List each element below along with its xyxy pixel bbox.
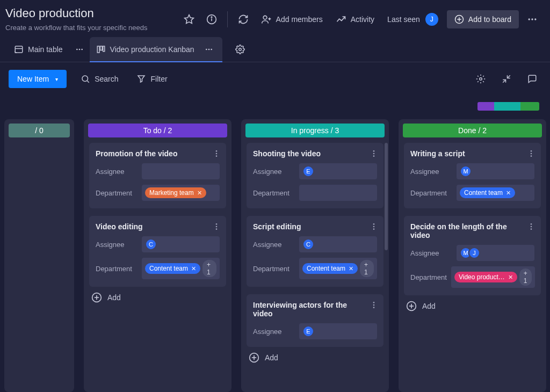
card-more-button[interactable]: [526, 148, 537, 159]
add-card-button[interactable]: Add: [399, 295, 546, 311]
department-row: DepartmentContent team✕+ 1: [253, 258, 377, 279]
remove-tag-icon[interactable]: ✕: [506, 190, 511, 197]
tab-kanban-more[interactable]: [202, 42, 216, 56]
remove-tag-icon[interactable]: ✕: [191, 265, 196, 272]
assignee-field[interactable]: E: [299, 163, 377, 179]
refresh-button[interactable]: [234, 10, 252, 28]
add-members-button[interactable]: Add members: [257, 11, 327, 28]
kanban-card[interactable]: Script editingAssigneeCDepartmentContent…: [247, 216, 383, 287]
remove-tag-icon[interactable]: ✕: [349, 265, 353, 272]
tab-main-more[interactable]: [73, 42, 86, 56]
department-field[interactable]: Video product…✕+ 1: [451, 266, 535, 288]
card-more-button[interactable]: [368, 300, 379, 310]
column-header[interactable]: In progress / 3: [245, 124, 385, 137]
new-item-button[interactable]: New Item ▾: [9, 70, 67, 88]
tag-chip[interactable]: Video product…✕: [454, 272, 517, 282]
new-item-label: New Item: [17, 75, 49, 83]
favorite-button[interactable]: [180, 10, 198, 28]
title-block: Video production Create a workflow that …: [5, 6, 147, 32]
status-distribution-bar[interactable]: [477, 102, 539, 111]
card-more-button[interactable]: [368, 221, 379, 232]
svg-rect-18: [97, 46, 99, 53]
add-members-label: Add members: [276, 15, 323, 24]
kanban-card[interactable]: Writing a scriptAssigneeMDepartmentConte…: [404, 143, 541, 208]
column-header[interactable]: Done / 2: [403, 124, 542, 137]
assignee-label: Assignee: [96, 241, 138, 249]
tag-chip[interactable]: Content team✕: [460, 187, 515, 198]
kanban-card[interactable]: Decide on the length of the videoAssigne…: [404, 216, 541, 295]
add-card-button[interactable]: Add: [241, 347, 389, 363]
assignee-field[interactable]: MJ: [457, 245, 534, 261]
svg-point-10: [529, 18, 530, 20]
card-title: Script editing: [253, 222, 377, 231]
assignee-field[interactable]: E: [299, 323, 377, 339]
filter-tool[interactable]: Filter: [132, 71, 171, 87]
cards-container: Shooting the videoAssigneeEDepartmentScr…: [241, 143, 389, 347]
assignee-field[interactable]: [142, 163, 220, 179]
remove-tag-icon[interactable]: ✕: [508, 274, 513, 281]
kanban-card[interactable]: Promotion of the videoAssigneeDepartment…: [89, 143, 226, 208]
tab-main-label: Main table: [28, 45, 63, 54]
last-seen-label: Last seen: [387, 15, 420, 24]
more-tags-chip[interactable]: + 1: [519, 268, 532, 286]
svg-point-32: [216, 150, 218, 152]
card-more-button[interactable]: [211, 221, 222, 232]
info-button[interactable]: [202, 10, 221, 28]
assignee-field[interactable]: C: [142, 236, 220, 252]
tag-chip[interactable]: Marketing team✕: [145, 187, 206, 198]
add-card-button[interactable]: Add: [84, 287, 231, 303]
assignee-row: Assignee: [96, 163, 220, 179]
tag-chip[interactable]: Content team✕: [145, 263, 200, 274]
kanban-card[interactable]: Video editingAssigneeCDepartmentContent …: [89, 216, 226, 287]
add-to-board-label: Add to board: [468, 15, 511, 24]
avatar: C: [145, 238, 157, 250]
svg-line-28: [508, 75, 510, 78]
add-label: Add: [422, 302, 436, 310]
board-settings-button[interactable]: [472, 70, 490, 88]
department-field[interactable]: Content team✕+ 1: [299, 258, 377, 279]
department-label: Department: [410, 273, 447, 281]
column-header[interactable]: To do / 2: [88, 124, 227, 137]
tag-label: Video product…: [459, 273, 505, 281]
kanban-column: / 0: [4, 119, 74, 392]
svg-point-27: [480, 78, 482, 81]
kanban-card[interactable]: Interviewing actors for the videoAssigne…: [247, 294, 383, 347]
svg-point-55: [531, 155, 532, 157]
last-seen[interactable]: Last seen J: [383, 10, 443, 29]
scrollbar[interactable]: [385, 143, 388, 250]
department-field[interactable]: [299, 185, 377, 201]
assignee-field[interactable]: C: [299, 236, 377, 252]
kanban-card[interactable]: Shooting the videoAssigneeEDepartment: [247, 143, 383, 208]
department-label: Department: [410, 189, 452, 197]
svg-point-25: [82, 76, 88, 82]
search-icon: [81, 74, 90, 84]
department-field[interactable]: Content team✕+ 1: [142, 258, 220, 279]
tab-main-table[interactable]: Main table: [8, 39, 69, 60]
add-to-board-button[interactable]: Add to board: [447, 10, 519, 28]
column-header[interactable]: / 0: [9, 124, 70, 137]
activity-button[interactable]: Activity: [331, 11, 379, 28]
more-tags-chip[interactable]: + 1: [202, 260, 216, 277]
search-tool[interactable]: Search: [76, 71, 122, 87]
assignee-field[interactable]: M: [457, 163, 534, 179]
svg-point-42: [373, 153, 375, 155]
tab-kanban[interactable]: Video production Kanban: [90, 37, 222, 62]
more-tags-chip[interactable]: + 1: [360, 260, 374, 277]
assignee-label: Assignee: [253, 328, 295, 336]
view-settings-button[interactable]: [231, 40, 249, 59]
tag-label: Content team: [307, 265, 345, 272]
svg-point-53: [531, 150, 532, 152]
gear-icon: [235, 45, 245, 54]
more-options-button[interactable]: [523, 10, 541, 28]
department-field[interactable]: Content team✕: [457, 185, 534, 201]
card-more-button[interactable]: [368, 148, 379, 159]
card-more-button[interactable]: [211, 148, 222, 159]
card-more-button[interactable]: [526, 221, 537, 232]
remove-tag-icon[interactable]: ✕: [197, 190, 202, 197]
collapse-button[interactable]: [497, 70, 516, 88]
svg-point-47: [373, 302, 375, 303]
tag-chip[interactable]: Content team✕: [302, 263, 358, 274]
department-field[interactable]: Marketing team✕: [142, 185, 220, 201]
department-row: DepartmentContent team✕: [410, 185, 534, 201]
comments-button[interactable]: [523, 70, 541, 88]
